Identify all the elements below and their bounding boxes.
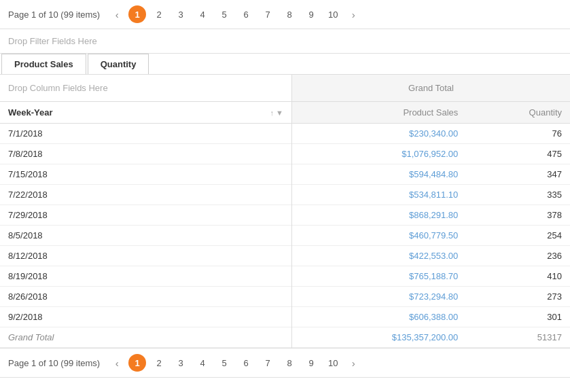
grand-total-label: Grand Total [0,327,291,348]
filter-drop-zone[interactable]: Drop Filter Fields Here [0,29,570,54]
tab-quantity[interactable]: Quantity [88,54,149,74]
product-sales-cell: $723,294.80 [292,287,466,307]
table-row: $868,291.80378 [292,205,570,226]
quantity-cell: 335 [466,185,570,205]
page-btn-1-top[interactable]: 1 [128,5,146,23]
product-sales-cell: $606,388.00 [292,307,466,327]
page-btn-4-top[interactable]: 4 [194,5,211,23]
table-row: 7/15/2018 [0,164,291,185]
tab-product-sales[interactable]: Product Sales [1,54,86,74]
page-btn-9-top[interactable]: 9 [302,5,320,23]
page-btn-8-bottom[interactable]: 8 [281,354,298,372]
week-year-cell: 8/5/2018 [0,226,291,246]
table-row: $765,188.70410 [292,266,570,287]
page-btn-3-bottom[interactable]: 3 [172,354,190,372]
right-section: Grand Total Product Sales Quantity $230,… [292,75,570,348]
grand-total-row: $135,357,200.0051317 [292,327,570,348]
product-sales-cell: $460,779.50 [292,226,466,246]
row-tabs: Product Sales Quantity [0,54,570,75]
week-year-header: Week-Year ↑ ▼ [0,102,291,124]
product-sales-cell: $230,340.00 [292,124,466,144]
page-btn-1-bottom[interactable]: 1 [128,354,146,372]
week-year-cell: 8/26/2018 [0,287,291,307]
quantity-cell: 301 [466,307,570,327]
product-sales-cell: $868,291.80 [292,205,466,226]
main-table-container: Drop Column Fields Here Week-Year ↑ ▼ 7/… [0,75,570,349]
product-sales-cell: $422,553.00 [292,246,466,266]
sort-icons[interactable]: ↑ ▼ [270,109,283,117]
table-row: 7/22/2018 [0,185,291,205]
table-row: 9/2/2018 [0,307,291,327]
grand-total-column-header: Grand Total [292,75,570,102]
page-btn-10-bottom[interactable]: 10 [324,354,342,372]
page-btn-2-top[interactable]: 2 [150,5,168,23]
week-year-cell: 8/12/2018 [0,246,291,266]
column-drop-zone[interactable]: Drop Column Fields Here [0,75,291,102]
week-year-cell: 7/15/2018 [0,164,291,185]
quantity-cell: 347 [466,164,570,185]
page-btn-6-top[interactable]: 6 [237,5,255,23]
page-btn-8-top[interactable]: 8 [281,5,298,23]
pagination-bottom: Page 1 of 10 (99 items) ‹ 1 2 3 4 5 6 7 … [0,349,570,378]
product-sales-cell: $534,811.10 [292,185,466,205]
right-table: Product Sales Quantity $230,340.0076$1,0… [292,102,570,348]
quantity-cell: 76 [466,124,570,144]
table-row: $422,553.00236 [292,246,570,266]
page-btn-7-bottom[interactable]: 7 [259,354,277,372]
left-table: Week-Year ↑ ▼ 7/1/20187/8/20187/15/20187… [0,102,291,348]
page-btn-4-bottom[interactable]: 4 [194,354,211,372]
page-btn-5-top[interactable]: 5 [215,5,233,23]
table-row: 8/5/2018 [0,226,291,246]
week-year-cell: 8/19/2018 [0,266,291,287]
table-row: 8/19/2018 [0,266,291,287]
prev-btn-top[interactable]: ‹ [109,7,124,22]
week-year-cell: 7/29/2018 [0,205,291,226]
table-row: $723,294.80273 [292,287,570,307]
quantity-cell: 236 [466,246,570,266]
product-sales-cell: $1,076,952.00 [292,144,466,164]
table-row: 7/29/2018 [0,205,291,226]
quantity-cell: 273 [466,287,570,307]
quantity-cell: 378 [466,205,570,226]
next-btn-bottom[interactable]: › [346,355,361,370]
page-btn-10-top[interactable]: 10 [324,5,342,23]
table-row: $230,340.0076 [292,124,570,144]
page-btn-6-bottom[interactable]: 6 [237,354,255,372]
table-row: $534,811.10335 [292,185,570,205]
page-btn-5-bottom[interactable]: 5 [215,354,233,372]
table-row: $1,076,952.00475 [292,144,570,164]
quantity-cell: 475 [466,144,570,164]
product-sales-cell: $594,484.80 [292,164,466,185]
table-row: 8/12/2018 [0,246,291,266]
page-btn-9-bottom[interactable]: 9 [302,354,320,372]
page-btn-7-top[interactable]: 7 [259,5,277,23]
quantity-cell: 254 [466,226,570,246]
quantity-col-header: Quantity [466,102,570,124]
page-info-bottom: Page 1 of 10 (99 items) [8,358,100,368]
quantity-cell: 410 [466,266,570,287]
prev-btn-bottom[interactable]: ‹ [109,355,124,370]
grand-total-row: Grand Total [0,327,291,348]
page-info-top: Page 1 of 10 (99 items) [8,10,100,20]
page-btn-2-bottom[interactable]: 2 [150,354,168,372]
table-row: $594,484.80347 [292,164,570,185]
table-row: 7/8/2018 [0,144,291,164]
pagination-top: Page 1 of 10 (99 items) ‹ 1 2 3 4 5 6 7 … [0,0,570,29]
page-btn-3-top[interactable]: 3 [172,5,190,23]
table-row: $606,388.00301 [292,307,570,327]
grand-total-quantity: 51317 [466,327,570,348]
table-row: 7/1/2018 [0,124,291,144]
week-year-cell: 7/8/2018 [0,144,291,164]
table-row: 8/26/2018 [0,287,291,307]
product-sales-cell: $765,188.70 [292,266,466,287]
week-year-cell: 7/22/2018 [0,185,291,205]
left-section: Drop Column Fields Here Week-Year ↑ ▼ 7/… [0,75,292,348]
next-btn-top[interactable]: › [346,7,361,22]
week-year-cell: 7/1/2018 [0,124,291,144]
product-sales-col-header: Product Sales [292,102,466,124]
grand-total-sales: $135,357,200.00 [292,327,466,348]
table-row: $460,779.50254 [292,226,570,246]
week-year-cell: 9/2/2018 [0,307,291,327]
